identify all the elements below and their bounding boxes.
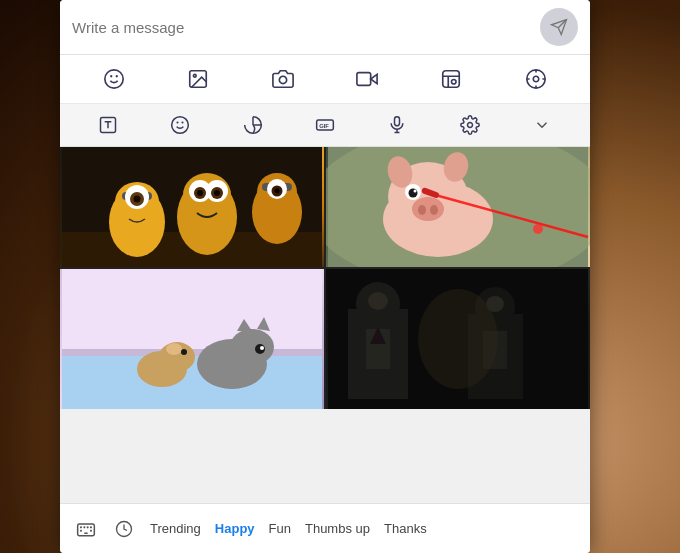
svg-point-81: [260, 346, 264, 350]
svg-rect-71: [62, 269, 322, 349]
svg-rect-93: [78, 524, 95, 536]
svg-point-45: [197, 190, 203, 196]
svg-point-61: [414, 190, 417, 193]
mic-icon[interactable]: [361, 108, 433, 142]
svg-point-52: [275, 189, 280, 194]
svg-point-60: [409, 189, 418, 198]
svg-point-91: [368, 292, 388, 310]
category-trending[interactable]: Trending: [144, 513, 207, 544]
recent-icon[interactable]: [106, 511, 142, 547]
image-icon[interactable]: [156, 61, 240, 97]
svg-point-67: [533, 224, 543, 234]
category-fun[interactable]: Fun: [263, 513, 297, 544]
emoji-icon[interactable]: [72, 61, 156, 97]
video-icon[interactable]: [325, 61, 409, 97]
sticker2-icon[interactable]: [217, 108, 289, 142]
svg-point-7: [279, 76, 286, 83]
svg-point-29: [467, 123, 472, 128]
gif-cell-dark[interactable]: [326, 269, 590, 409]
sticker-icon[interactable]: [409, 61, 493, 97]
text-format-icon[interactable]: [72, 108, 144, 142]
svg-point-2: [105, 70, 123, 88]
svg-point-13: [533, 76, 539, 82]
svg-rect-26: [395, 117, 400, 126]
emoji2-icon[interactable]: [144, 108, 216, 142]
toolbar-row1: [60, 55, 590, 104]
pig-illustration: [326, 147, 590, 267]
send-icon: [550, 18, 568, 36]
svg-point-21: [172, 117, 189, 134]
svg-rect-9: [357, 73, 371, 86]
keyboard-icon[interactable]: [68, 511, 104, 547]
svg-point-75: [181, 349, 187, 355]
svg-point-74: [166, 343, 182, 355]
settings-icon[interactable]: [433, 108, 505, 142]
dark-scene-illustration: [326, 269, 590, 409]
chevron-down-icon[interactable]: [506, 108, 578, 142]
message-input-area: [60, 0, 590, 55]
phone-screen: GIF: [60, 0, 590, 553]
minions-illustration: [60, 147, 324, 267]
gif-cell-pig[interactable]: [326, 147, 590, 267]
category-happy[interactable]: Happy: [209, 513, 261, 544]
svg-marker-8: [371, 74, 377, 83]
gif-cell-tomjerry[interactable]: [60, 269, 324, 409]
svg-point-62: [412, 197, 444, 221]
category-thumbsup[interactable]: Thumbs up: [299, 513, 376, 544]
gif-grid: [60, 147, 590, 503]
message-input[interactable]: [72, 19, 532, 36]
gif-cell-minions[interactable]: [60, 147, 324, 267]
svg-point-77: [230, 329, 274, 365]
svg-point-6: [194, 74, 197, 77]
svg-point-64: [430, 205, 438, 215]
svg-rect-10: [443, 71, 460, 88]
location-icon[interactable]: [494, 61, 578, 97]
category-thanks[interactable]: Thanks: [378, 513, 433, 544]
send-button[interactable]: [540, 8, 578, 46]
category-bar: Trending Happy Fun Thumbs up Thanks: [60, 503, 590, 553]
svg-point-63: [418, 205, 426, 215]
svg-point-46: [214, 190, 220, 196]
svg-text:GIF: GIF: [319, 123, 329, 129]
svg-point-92: [486, 296, 504, 312]
toolbar-row2: GIF: [60, 104, 590, 147]
camera-icon[interactable]: [241, 61, 325, 97]
tomjerry-illustration: [60, 269, 324, 409]
svg-point-37: [134, 196, 141, 203]
gif-icon[interactable]: GIF: [289, 108, 361, 142]
svg-point-11: [452, 79, 457, 84]
